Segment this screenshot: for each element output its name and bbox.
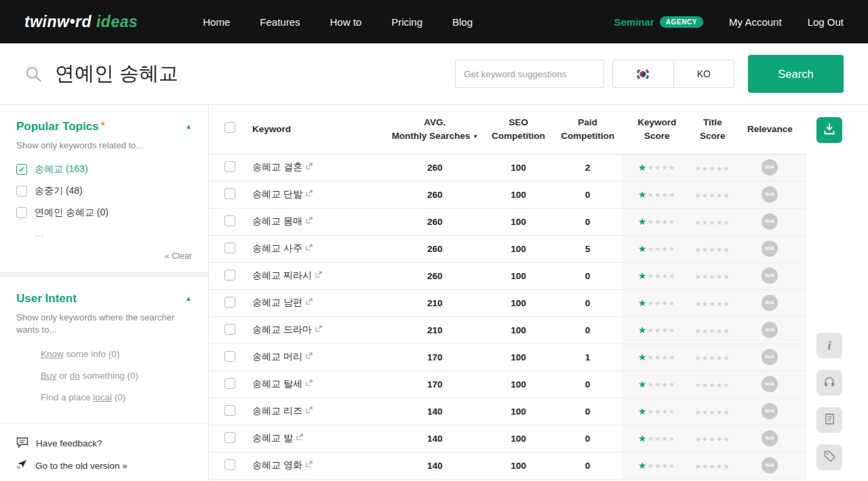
row-checkbox[interactable]: [224, 270, 235, 280]
keyword-link[interactable]: 송혜교 결혼: [252, 161, 302, 172]
star-icon: ★: [648, 435, 654, 442]
topic-checkbox[interactable]: [16, 207, 27, 218]
search-button[interactable]: Search: [748, 55, 844, 93]
keyword-link[interactable]: 송혜교 발: [252, 432, 293, 443]
row-checkbox[interactable]: [224, 297, 235, 308]
sort-desc-icon[interactable]: ▼: [473, 133, 478, 140]
support-button[interactable]: [816, 370, 842, 396]
feedback-link[interactable]: Have feedback?: [16, 437, 192, 450]
info-button[interactable]: i: [816, 333, 842, 358]
topic-item[interactable]: ✓송혜교 (163): [16, 163, 192, 175]
external-link-icon[interactable]: [306, 461, 313, 467]
row-checkbox[interactable]: [224, 324, 235, 335]
row-checkbox[interactable]: [224, 161, 235, 172]
nav-item-home[interactable]: Home: [203, 16, 230, 28]
intent-item[interactable]: Know some info (0): [41, 349, 192, 359]
tag-button[interactable]: [816, 444, 842, 470]
star-icon: ★: [669, 408, 675, 415]
keyword-link[interactable]: 송혜교 몸매: [252, 215, 302, 226]
relevance-badge: N/A: [762, 403, 778, 419]
col-avg-monthly-searches[interactable]: AVG. Monthly Searches▼: [387, 105, 483, 154]
language-selector[interactable]: KO: [612, 60, 734, 88]
keyword-link[interactable]: 송혜교 머리: [252, 351, 302, 362]
language-code[interactable]: KO: [674, 60, 734, 87]
nav-item-how-to[interactable]: How to: [330, 16, 361, 28]
external-link-icon[interactable]: [306, 244, 313, 251]
star-icon: ★: [648, 354, 654, 361]
row-checkbox[interactable]: [224, 243, 235, 253]
star-icon: ★: [638, 217, 648, 228]
keyword-link[interactable]: 송혜교 리즈: [252, 405, 302, 416]
nav-item-pricing[interactable]: Pricing: [391, 16, 422, 28]
row-checkbox[interactable]: [224, 459, 235, 470]
relevance-cell: N/A: [733, 398, 807, 425]
topic-checkbox[interactable]: [16, 186, 27, 196]
keyword-link[interactable]: 송혜교 탈세: [252, 378, 302, 389]
clear-topics-link[interactable]: « Clear: [165, 251, 192, 261]
relevance-cell: N/A: [733, 235, 807, 262]
nav-item-log-out[interactable]: Log Out: [808, 16, 844, 28]
table-row: 송혜교 결혼2601002★★★★★★★★★★N/A: [209, 154, 807, 181]
topic-item[interactable]: 연예인 송혜교 (0): [16, 207, 192, 219]
collapse-arrow-icon[interactable]: ▲: [185, 120, 192, 130]
external-link-icon[interactable]: [306, 352, 313, 359]
nav-item-blog[interactable]: Blog: [452, 16, 473, 28]
keyword-link[interactable]: 송혜교 단발: [252, 188, 302, 199]
star-icon: ★: [716, 192, 723, 199]
col-keyword[interactable]: Keyword: [251, 105, 387, 154]
external-link-icon[interactable]: [306, 163, 313, 169]
title-score-cell: ★★★★★: [692, 262, 733, 289]
star-icon: ★: [709, 463, 716, 470]
col-relevance[interactable]: Relevance: [733, 105, 807, 154]
search-query[interactable]: 연예인 송혜교: [55, 60, 178, 87]
keyword-link[interactable]: 송혜교 사주: [252, 243, 302, 253]
row-checkbox[interactable]: [224, 378, 235, 389]
title-score-cell: ★★★★★: [692, 181, 733, 208]
external-link-icon[interactable]: [306, 406, 313, 413]
logo[interactable]: twinw•rdideas: [24, 13, 138, 31]
news-button[interactable]: [816, 407, 842, 433]
star-icon: ★: [662, 218, 669, 226]
nav-item-my-account[interactable]: My Account: [729, 16, 782, 28]
external-link-icon[interactable]: [315, 325, 322, 332]
star-icon: ★: [709, 165, 716, 172]
select-all-checkbox[interactable]: [224, 122, 235, 133]
star-icon: ★: [695, 409, 702, 416]
more-topics-link[interactable]: ...: [35, 228, 192, 238]
star-icon: ★: [662, 381, 669, 388]
external-link-icon[interactable]: [306, 379, 313, 386]
keyword-suggestions-input[interactable]: [455, 60, 604, 88]
external-link-icon[interactable]: [315, 271, 322, 278]
star-icon: ★: [702, 354, 709, 362]
row-checkbox[interactable]: [224, 215, 235, 226]
external-link-icon[interactable]: [306, 217, 313, 224]
keyword-link[interactable]: 송혜교 남편: [252, 297, 302, 308]
col-keyword-score[interactable]: KeywordScore: [622, 105, 692, 154]
intent-item[interactable]: Buy or do something (0): [41, 371, 192, 381]
col-seo-competition[interactable]: SEOCompetition: [483, 105, 553, 154]
col-title-score[interactable]: TitleScore: [692, 105, 733, 154]
nav-item-seminar[interactable]: Seminar AGENCY: [614, 16, 703, 28]
keyword-link[interactable]: 송혜교 영화: [252, 459, 302, 470]
star-icon: ★: [724, 219, 730, 226]
download-button[interactable]: [816, 117, 842, 143]
south-korea-flag-icon: [613, 60, 673, 87]
old-version-link[interactable]: Go to the old version »: [16, 459, 192, 472]
external-link-icon[interactable]: [306, 298, 313, 305]
row-checkbox[interactable]: [224, 432, 235, 443]
row-checkbox[interactable]: [224, 351, 235, 362]
col-paid-competition[interactable]: PaidCompetition: [554, 105, 622, 154]
nav-item-features[interactable]: Features: [260, 16, 300, 28]
star-icon: ★: [662, 164, 669, 171]
external-link-icon[interactable]: [296, 434, 303, 440]
keyword-link[interactable]: 송혜교 드라마: [252, 324, 312, 335]
keyword-link[interactable]: 송혜교 찌라시: [252, 270, 312, 280]
external-link-icon[interactable]: [306, 190, 313, 196]
star-icon: ★: [648, 272, 654, 280]
collapse-arrow-icon[interactable]: ▲: [185, 292, 192, 302]
intent-item[interactable]: Find a place local (0): [41, 392, 192, 402]
row-checkbox[interactable]: [224, 188, 235, 199]
row-checkbox[interactable]: [224, 405, 235, 416]
topic-item[interactable]: 송중기 (48): [16, 185, 192, 197]
topic-checkbox[interactable]: ✓: [16, 164, 27, 175]
